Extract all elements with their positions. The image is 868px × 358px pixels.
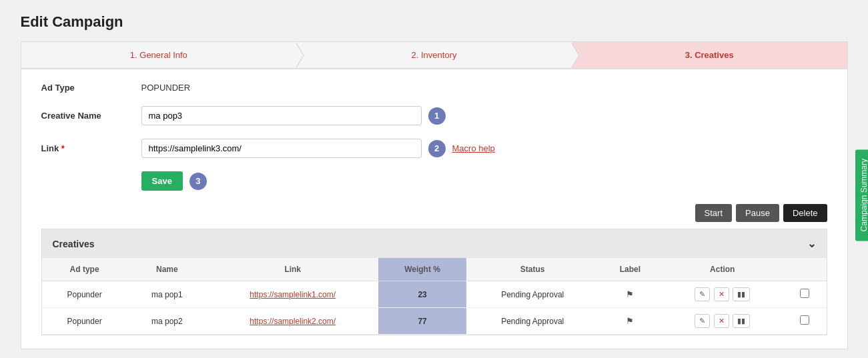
step-inventory[interactable]: 2. Inventory xyxy=(296,42,572,68)
save-row: Save 3 xyxy=(41,171,827,191)
pause-button[interactable]: Pause xyxy=(736,204,779,222)
creatives-title: Creatives xyxy=(53,239,95,249)
col-status: Status xyxy=(466,258,599,281)
cell-name: ma pop2 xyxy=(127,308,207,335)
edit-button-1[interactable]: ✎ xyxy=(695,287,710,301)
link-wrap: 2 Macro help xyxy=(141,139,495,158)
cell-action: ✎ ✕ ▮▮ xyxy=(661,281,783,308)
badge-2: 2 xyxy=(428,140,446,157)
cell-link: https://samplelink2.com/ xyxy=(207,308,379,335)
link-label: Link xyxy=(41,143,141,153)
cell-weight: 77 xyxy=(378,308,466,335)
cell-label: ⚑ xyxy=(599,281,661,308)
creative-name-input[interactable] xyxy=(141,106,422,125)
badge-3: 3 xyxy=(189,173,207,190)
creative-name-row: Creative Name 1 xyxy=(41,106,827,125)
creatives-header: Creatives ⌄ xyxy=(42,229,827,258)
creatives-table: Ad type Name Link Weight % Status Label … xyxy=(42,258,827,335)
cell-action: ✎ ✕ ▮▮ xyxy=(661,308,783,335)
edit-button-2[interactable]: ✎ xyxy=(695,314,710,328)
cell-status: Pending Approval xyxy=(466,308,599,335)
delete-button-2[interactable]: ✕ xyxy=(714,314,729,328)
chevron-down-icon[interactable]: ⌄ xyxy=(807,237,816,250)
col-ad-type: Ad type xyxy=(42,258,127,281)
cell-ad-type: Popunder xyxy=(42,308,127,335)
table-row: Popunder ma pop2 https://samplelink2.com… xyxy=(42,308,827,335)
row-checkbox-2[interactable] xyxy=(800,315,809,325)
col-label: Label xyxy=(599,258,661,281)
bookmark-icon-2: ⚑ xyxy=(626,316,634,326)
link-1[interactable]: https://samplelink1.com/ xyxy=(250,290,336,299)
campaign-summary-tab[interactable]: Campaign Summary xyxy=(855,149,869,241)
cell-name: ma pop1 xyxy=(127,281,207,308)
page-title: Edit Campaign xyxy=(21,13,848,31)
action-buttons-bar: Start Pause Delete xyxy=(41,204,827,222)
badge-1: 1 xyxy=(428,107,446,125)
delete-button-1[interactable]: ✕ xyxy=(714,287,729,301)
pause-button-1[interactable]: ▮▮ xyxy=(733,287,750,301)
step-general[interactable]: 1. General Info xyxy=(21,42,297,68)
table-header-row: Ad type Name Link Weight % Status Label … xyxy=(42,258,827,281)
cell-ad-type: Popunder xyxy=(42,281,127,308)
ad-type-row: Ad Type POPUNDER xyxy=(41,83,827,93)
cell-checkbox xyxy=(783,281,826,308)
main-card: Campaign Summary Ad Type POPUNDER Creati… xyxy=(21,69,848,349)
step-creatives[interactable]: 3. Creatives xyxy=(572,42,847,68)
link-input[interactable] xyxy=(141,139,422,158)
cell-weight: 23 xyxy=(378,281,466,308)
table-row: Popunder ma pop1 https://samplelink1.com… xyxy=(42,281,827,308)
pause-button-2[interactable]: ▮▮ xyxy=(733,314,750,328)
ad-type-value: POPUNDER xyxy=(141,83,191,93)
creatives-section: Creatives ⌄ Ad type Name Link Weight % S… xyxy=(41,229,827,335)
col-action: Action xyxy=(661,258,783,281)
col-select xyxy=(783,258,826,281)
creative-name-label: Creative Name xyxy=(41,111,141,121)
creative-name-wrap: 1 xyxy=(141,106,446,125)
link-row: Link 2 Macro help xyxy=(41,139,827,158)
wizard-steps: 1. General Info 2. Inventory 3. Creative… xyxy=(21,41,848,69)
bookmark-icon: ⚑ xyxy=(626,289,634,299)
macro-help-link[interactable]: Macro help xyxy=(452,143,495,153)
start-button[interactable]: Start xyxy=(695,204,732,222)
ad-type-label: Ad Type xyxy=(41,83,141,93)
col-weight: Weight % xyxy=(378,258,466,281)
cell-link: https://samplelink1.com/ xyxy=(207,281,379,308)
link-2[interactable]: https://samplelink2.com/ xyxy=(250,317,336,326)
delete-button[interactable]: Delete xyxy=(783,204,827,222)
cell-status: Pending Approval xyxy=(466,281,599,308)
col-name: Name xyxy=(127,258,207,281)
save-button[interactable]: Save xyxy=(141,171,183,191)
cell-checkbox-2 xyxy=(783,308,826,335)
cell-label: ⚑ xyxy=(599,308,661,335)
row-checkbox-1[interactable] xyxy=(800,289,809,298)
col-link: Link xyxy=(207,258,379,281)
